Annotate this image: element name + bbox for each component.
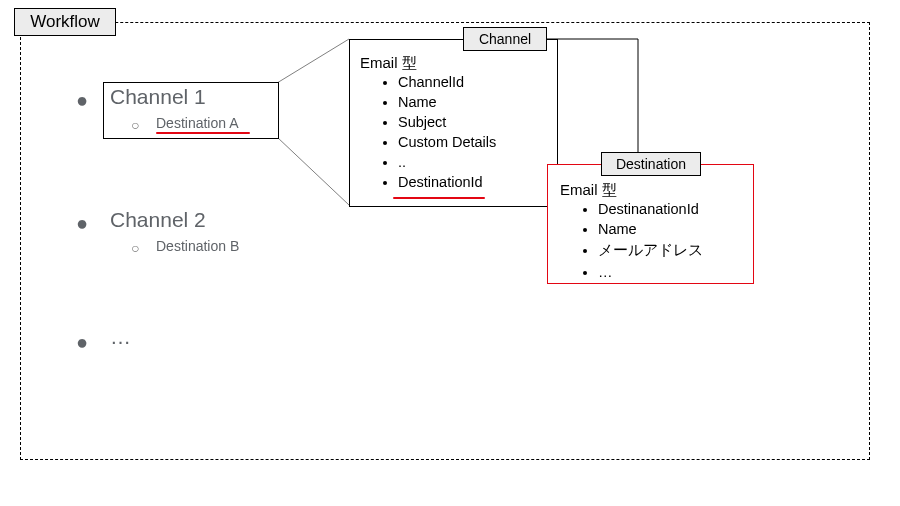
bullet-icon: ● [76,332,88,352]
channel2-destination: Destination B [156,238,239,254]
channel-field: ChannelId [398,74,496,90]
red-underline-destinationid [393,197,485,199]
channel-field: Subject [398,114,496,130]
more-channels: … [110,325,131,349]
channel-field: Name [398,94,496,110]
destination-detail-heading: Email 型 [560,181,617,200]
destination-field: DestinanationId [598,201,703,217]
destination-label-tag: Destination [601,152,701,176]
channel1-title: Channel 1 [110,85,206,109]
bullet-icon: ● [76,213,88,233]
channel-detail-box: Email 型 ChannelId Name Subject Custom De… [349,39,558,207]
channel1-destination: Destination A [156,115,239,131]
red-underline-destination-a [156,132,250,134]
channel2-title: Channel 2 [110,208,206,232]
destination-field: … [598,264,703,280]
hollow-bullet-icon: ○ [131,117,139,133]
destination-detail-box: Email 型 DestinanationId Name メールアドレス … [547,164,754,284]
channel-detail-heading: Email 型 [360,54,417,73]
channel-field-list: ChannelId Name Subject Custom Details ..… [350,74,496,194]
channel-field-destinationid: DestinationId [398,174,496,190]
channel-field: .. [398,154,496,170]
destination-field-list: DestinanationId Name メールアドレス … [548,201,703,284]
bullet-icon: ● [76,90,88,110]
destination-field: Name [598,221,703,237]
channel-label-tag: Channel [463,27,547,51]
channel-field: Custom Details [398,134,496,150]
hollow-bullet-icon: ○ [131,240,139,256]
destination-field: メールアドレス [598,241,703,260]
workflow-label-tag: Workflow [14,8,116,36]
